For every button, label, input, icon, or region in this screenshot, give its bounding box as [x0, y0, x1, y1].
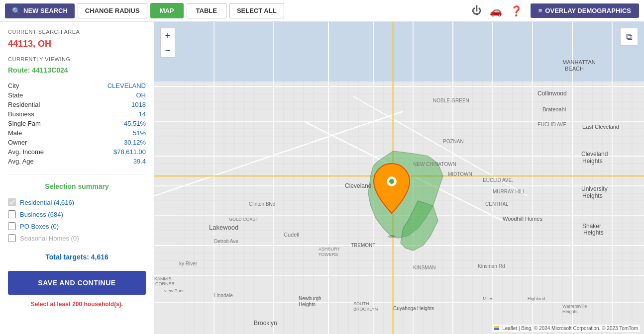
svg-point-78: [389, 179, 394, 184]
stat-value: OH: [75, 90, 146, 100]
stat-label: Single Fam: [8, 119, 75, 128]
stat-value: 45.51%: [75, 119, 146, 128]
svg-text:Bratenahl: Bratenahl: [542, 106, 566, 112]
route-value: Route: 44113C024: [8, 66, 146, 74]
svg-text:Heights: Heights: [582, 192, 603, 199]
help-icon-button[interactable]: ❓: [510, 5, 523, 17]
cb-residential-checkbox[interactable]: [8, 198, 16, 206]
cb-seasonal-checkbox[interactable]: [8, 234, 16, 242]
svg-text:Newburgh: Newburgh: [299, 296, 322, 301]
map-controls: + −: [160, 28, 175, 58]
svg-text:KAMM'S: KAMM'S: [154, 276, 172, 281]
svg-text:Cudell: Cudell: [284, 232, 299, 238]
svg-text:POZNAN: POZNAN: [443, 139, 464, 144]
svg-text:Cleveland: Cleveland: [581, 151, 608, 158]
svg-text:EUCLID AVE.: EUCLID AVE.: [483, 177, 513, 183]
svg-text:University: University: [581, 185, 608, 192]
checkbox-row-cb-residential: Residential (4,616): [8, 198, 146, 206]
table-tab-button[interactable]: TABLE: [187, 3, 226, 18]
stat-value: 30.12%: [75, 138, 146, 147]
svg-text:Detroit Ave: Detroit Ave: [214, 239, 238, 244]
svg-text:EUCLID AVE.: EUCLID AVE.: [537, 122, 568, 127]
cb-seasonal-label[interactable]: Seasonal Homes (0): [20, 235, 79, 242]
svg-text:Shaker: Shaker: [582, 223, 601, 230]
select-all-button[interactable]: SELECT ALL: [229, 3, 284, 18]
currently-viewing-label: CURRENTLY VIEWING: [8, 56, 146, 62]
zoom-in-button[interactable]: +: [160, 28, 175, 43]
map-svg: MANHATTAN BEACH Collinwood Bratenahl EUC…: [154, 22, 644, 334]
svg-text:Kinsman Rd: Kinsman Rd: [478, 263, 505, 269]
stat-label: Business: [8, 109, 75, 119]
change-radius-button[interactable]: CHANGE RADIUS: [78, 3, 147, 18]
stat-value: CLEVELAND: [75, 81, 146, 90]
svg-text:KINSMAN: KINSMAN: [413, 265, 436, 270]
svg-text:Miles: Miles: [483, 296, 494, 301]
svg-text:Highland: Highland: [528, 296, 545, 301]
svg-text:MIDTOWN: MIDTOWN: [448, 171, 472, 177]
svg-text:East Cleveland: East Cleveland: [582, 124, 619, 130]
svg-text:Warrensville: Warrensville: [562, 304, 587, 309]
svg-text:NEW CHINATOWN: NEW CHINATOWN: [413, 162, 456, 167]
svg-text:Cuyahoga Heights: Cuyahoga Heights: [393, 306, 434, 311]
svg-text:SOUTH: SOUTH: [353, 301, 369, 306]
toolbar-right: ⏻ 🚗 ❓ ≡ OVERLAY DEMOGRAPHICS: [472, 3, 639, 18]
svg-text:Woodhill Homes: Woodhill Homes: [503, 216, 542, 222]
total-targets: Total targets: 4,616: [8, 253, 146, 261]
stat-value: 14: [75, 109, 146, 119]
divider: [8, 174, 146, 174]
stat-label: Avg. Age: [8, 157, 75, 166]
svg-text:ASHBURY: ASHBURY: [319, 247, 340, 251]
checkbox-row-cb-business: Business (684): [8, 210, 146, 218]
svg-text:Linndale: Linndale: [214, 293, 233, 298]
svg-text:view Park: view Park: [164, 288, 184, 293]
search-icon: 🔍: [12, 7, 20, 15]
layers-icon: ⧉: [626, 32, 633, 42]
cb-poboxes-label[interactable]: PO Boxes (0): [20, 223, 59, 230]
power-icon-button[interactable]: ⏻: [472, 5, 482, 16]
stat-value: 1018: [75, 100, 146, 109]
cb-business-label[interactable]: Business (684): [20, 211, 63, 218]
stat-label: Residential: [8, 100, 75, 109]
left-panel: CURRENT SEARCH AREA 44113, OH CURRENTLY …: [0, 22, 154, 334]
svg-text:BROOKLYN: BROOKLYN: [353, 307, 378, 312]
svg-text:Heights: Heights: [583, 229, 604, 236]
zoom-out-button[interactable]: −: [160, 43, 175, 58]
svg-rect-1: [154, 22, 644, 82]
stat-label: City: [8, 81, 75, 90]
svg-point-76: [388, 235, 396, 238]
map-layers-button[interactable]: ⧉: [620, 28, 638, 46]
svg-text:CORNER: CORNER: [155, 281, 175, 286]
svg-text:BEACH: BEACH: [565, 66, 584, 72]
overlay-demographics-button[interactable]: ≡ OVERLAY DEMOGRAPHICS: [531, 3, 639, 18]
stat-label: State: [8, 90, 75, 100]
map-tab-button[interactable]: MAP: [150, 3, 184, 18]
svg-text:TOWERS: TOWERS: [319, 252, 338, 257]
checkboxes-container: Residential (4,616)Business (684)PO Boxe…: [8, 198, 146, 246]
new-search-button[interactable]: 🔍 NEW SEARCH: [5, 3, 75, 18]
cb-residential-label[interactable]: Residential (4,616): [20, 199, 74, 206]
save-continue-button[interactable]: SAVE AND CONTINUE: [8, 271, 146, 295]
svg-text:NOBLE-GREEN: NOBLE-GREEN: [433, 98, 469, 103]
save-hint: Select at least 200 household(s).: [8, 301, 146, 308]
main-layout: CURRENT SEARCH AREA 44113, OH CURRENTLY …: [0, 22, 644, 334]
svg-text:Heights: Heights: [299, 302, 316, 307]
stat-value: $78,611.00: [75, 147, 146, 157]
car-icon-button[interactable]: 🚗: [490, 5, 502, 17]
svg-text:Collinwood: Collinwood: [537, 90, 567, 97]
checkbox-row-cb-poboxes: PO Boxes (0): [8, 222, 146, 230]
svg-text:ky River: ky River: [179, 261, 198, 266]
svg-text:Heights: Heights: [562, 309, 578, 314]
svg-text:Cleveland: Cleveland: [345, 182, 371, 189]
stats-table: CityCLEVELANDStateOHResidential1018Busin…: [8, 81, 146, 166]
svg-text:Lakewood: Lakewood: [209, 224, 238, 231]
stat-label: Male: [8, 128, 75, 138]
stat-value: 51%: [75, 128, 146, 138]
cb-business-checkbox[interactable]: [8, 210, 16, 218]
checkbox-row-cb-seasonal: Seasonal Homes (0): [8, 234, 146, 242]
svg-text:TREMONT: TREMONT: [351, 243, 375, 248]
selection-summary-title: Selection summary: [8, 182, 146, 190]
svg-text:MURRAY HILL: MURRAY HILL: [493, 189, 526, 194]
cb-poboxes-checkbox[interactable]: [8, 222, 16, 230]
map-attribution: Leaflet | Bing, © 2024 Microsoft Corpora…: [492, 325, 640, 332]
svg-text:CENTRAL: CENTRAL: [485, 201, 509, 207]
